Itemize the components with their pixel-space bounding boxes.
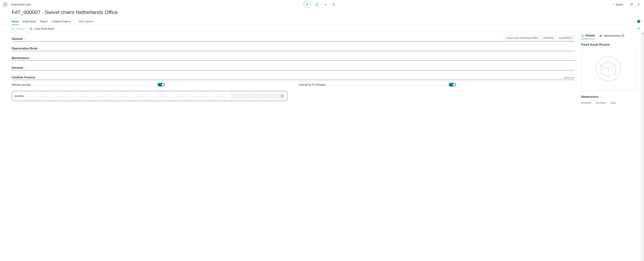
summary-chip: Swivel chairs Netherlands Office [504, 35, 541, 40]
svg-rect-1 [12, 28, 14, 29]
scrollbar[interactable] [641, 32, 644, 261]
fasttab-intrastat-header[interactable]: Intrastat [12, 66, 575, 70]
fixed-asset-picture-placeholder[interactable] [581, 48, 636, 90]
pin-button[interactable] [637, 27, 640, 30]
svg-rect-3 [30, 28, 32, 29]
delete-button[interactable] [332, 3, 336, 6]
fasttab-general-summary: Swivel chairs Netherlands Office TANGIBL… [504, 35, 575, 40]
trash-icon [332, 3, 335, 6]
attachment-icon [599, 34, 602, 37]
tab-continia-finance[interactable]: Continia Finance [52, 18, 70, 25]
factbox-tab-attachments[interactable]: Attachments (0) [599, 34, 624, 39]
show-less-link[interactable]: Show less [564, 76, 575, 79]
pin-icon [637, 27, 640, 30]
tab-separator [74, 20, 75, 23]
fasttab-intrastat-title: Intrastat [12, 66, 23, 69]
factbox-tab-details-label: Details [586, 34, 595, 37]
fasttab-maintenance-header[interactable]: Maintenance [12, 56, 575, 61]
copy-icon [30, 27, 32, 30]
factbox-dimensions-header[interactable]: Dimensions [581, 95, 641, 99]
back-button[interactable] [2, 2, 8, 7]
card-type-label: Fixed Asset Card [11, 3, 31, 6]
copy-label: Copy Fixed Asset... [34, 27, 56, 30]
tab-report[interactable]: Report [40, 18, 48, 25]
plus-icon [324, 3, 327, 6]
chevron-right-icon [30, 57, 32, 59]
quantity-highlight: Quantity [12, 91, 288, 101]
acquire-icon [12, 27, 14, 30]
saved-label: Saved [616, 3, 623, 6]
fasttab-general-header[interactable]: General Swivel chairs Netherlands Office… [12, 35, 575, 41]
copy-fixed-asset-action[interactable]: Copy Fixed Asset... [30, 27, 56, 30]
fasttab-continia-title: Continia Finance [12, 76, 35, 79]
cube-icon [594, 54, 623, 83]
check-icon [612, 3, 614, 6]
popout-button[interactable] [630, 3, 633, 6]
chevron-right-icon [23, 38, 26, 40]
acquire-label: Acquire [16, 27, 24, 30]
share-button[interactable] [315, 3, 319, 6]
inserted-by-template-label: Inserted by FA Template [299, 83, 326, 86]
acquire-action: Acquire [12, 27, 24, 30]
maintain-quantity-toggle[interactable] [158, 83, 165, 86]
share-icon [315, 3, 319, 6]
dots-leader [328, 85, 447, 86]
chevron-right-icon [24, 67, 26, 69]
fasttab-general-title: General [12, 37, 22, 40]
page-title: FAT_000007 · Swivel chairs Netherlands O… [12, 9, 640, 15]
popout-icon [630, 3, 633, 6]
factbox-dimensions-title: Dimensions [581, 95, 598, 99]
new-button[interactable] [324, 3, 327, 6]
info-icon [581, 34, 584, 37]
info-badge[interactable]: i [637, 20, 640, 23]
dots-leader [26, 96, 229, 97]
maintain-quantity-label: Maintain quantity [12, 83, 31, 86]
factbox-tab-details[interactable]: Details [581, 34, 595, 39]
inserted-by-template-toggle[interactable] [449, 83, 456, 86]
factbox-tab-attachments-label: Attachments (0) [604, 34, 624, 37]
pencil-icon [305, 3, 309, 6]
chevron-right-icon [38, 47, 40, 50]
edit-button[interactable] [304, 1, 310, 8]
factbox-picture-header[interactable]: Fixed Asset Picture [581, 43, 641, 46]
saved-indicator: Saved [612, 3, 623, 6]
collapse-icon [637, 3, 640, 6]
summary-chip: TANGIBLE [541, 35, 556, 40]
quantity-input[interactable] [231, 93, 285, 99]
dimensions-columns: Dimension Dimension Value [580, 100, 641, 104]
fasttab-depreciation-title: Depreciation Book [12, 47, 37, 50]
chevron-down-icon [611, 44, 613, 46]
collapse-button[interactable] [637, 3, 640, 6]
summary-chip: EQUIPMENT [557, 35, 575, 40]
quantity-label: Quantity [14, 94, 24, 97]
tab-home[interactable]: Home [12, 18, 19, 25]
tab-more-options[interactable]: More options [79, 18, 94, 25]
tab-fixed-asset[interactable]: Fixed Asset [23, 18, 36, 25]
dim-col: Dimension [596, 102, 606, 104]
svg-rect-2 [31, 28, 32, 30]
factbox-picture-title: Fixed Asset Picture [581, 43, 610, 46]
chevron-down-icon [600, 96, 602, 98]
dots-leader [33, 85, 156, 86]
fasttab-continia-header[interactable]: Continia Finance Show less [12, 76, 575, 80]
fasttab-depreciation-header[interactable]: Depreciation Book [12, 47, 575, 51]
dim-col: Value [610, 102, 616, 104]
fasttab-maintenance-title: Maintenance [12, 56, 29, 60]
dim-col: Dimension [581, 102, 592, 104]
